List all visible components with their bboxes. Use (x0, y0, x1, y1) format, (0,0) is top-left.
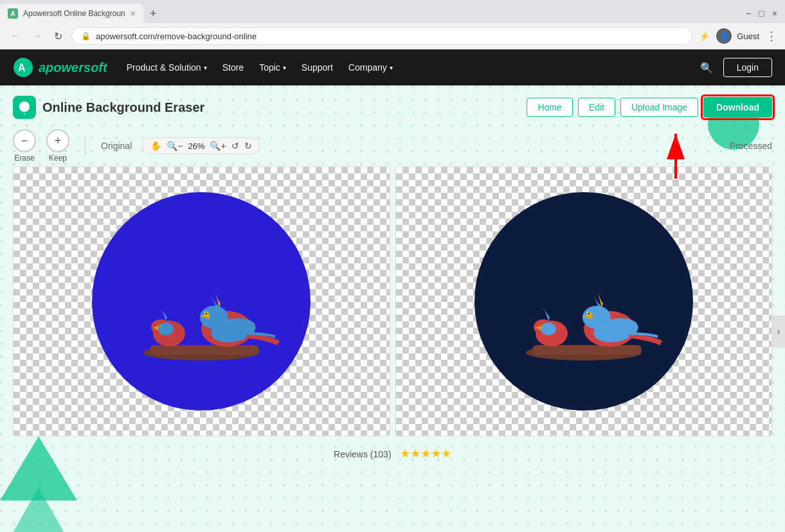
maximize-btn[interactable]: □ (759, 8, 764, 19)
original-panel (13, 166, 390, 436)
svg-point-19 (206, 313, 208, 315)
tool-title: Online Background Eraser (13, 96, 204, 119)
navbar: A apowersoft Product & Solution Store To… (0, 49, 785, 85)
keep-tool[interactable]: + Keep (46, 129, 69, 163)
zoom-out-btn[interactable]: 🔍− (167, 141, 183, 151)
hand-tool-btn[interactable]: ✋ (150, 141, 161, 151)
erase-icon: − (13, 129, 36, 152)
svg-point-27 (541, 325, 543, 326)
toolbar-separator (85, 136, 86, 155)
reviews-section: Reviews (103) ★★★★★ (0, 436, 785, 471)
nav-support[interactable]: Support (302, 62, 333, 73)
nav-store[interactable]: Store (222, 62, 244, 73)
processed-label: Processed (730, 141, 772, 151)
forward-btn[interactable]: → (30, 28, 45, 44)
svg-rect-7 (150, 345, 259, 355)
browser-chrome: A Apowersoft Online Backgroun × + − □ × … (0, 0, 785, 49)
original-label: Original (101, 141, 132, 151)
svg-text:A: A (18, 62, 26, 73)
nav-items: Product & Solution Store Topic Support C… (127, 62, 681, 73)
birds-svg-left (114, 234, 288, 369)
lock-icon: 🔒 (81, 31, 91, 40)
login-btn[interactable]: Login (723, 58, 772, 77)
refresh-btn[interactable]: ↻ (51, 28, 65, 45)
tool-icon (13, 96, 36, 119)
svg-point-13 (159, 325, 160, 326)
nav-topic[interactable]: Topic (259, 62, 286, 73)
tab-favicon: A (8, 8, 18, 19)
deco-triangle2 (13, 488, 64, 532)
profile-area: 👤 Guest (716, 28, 759, 44)
image-area (0, 166, 785, 436)
profile-icon[interactable]: 👤 (716, 28, 732, 44)
zoom-controls: ✋ 🔍− 26% 🔍+ ↺ ↻ (142, 137, 260, 154)
erase-tool[interactable]: − Erase (13, 129, 36, 163)
tool-name: Online Background Eraser (42, 100, 204, 115)
back-btn[interactable]: ← (8, 28, 23, 44)
address-text: apowersoft.com/remove-background-online (96, 31, 683, 41)
window-controls: − □ × (746, 8, 785, 19)
erase-label: Erase (14, 154, 34, 163)
address-input[interactable]: 🔒 apowersoft.com/remove-background-onlin… (71, 27, 692, 45)
tool-header: Online Background Eraser Home Edit Uploa… (0, 85, 785, 125)
new-tab-btn[interactable]: + (143, 7, 163, 21)
zoom-in-btn[interactable]: 🔍+ (210, 141, 226, 151)
logo[interactable]: A apowersoft (13, 57, 107, 78)
logo-icon: A (13, 57, 33, 78)
svg-point-33 (588, 313, 590, 315)
reviews-text: Reviews (103) (334, 449, 391, 459)
rotate-left-btn[interactable]: ↺ (231, 141, 239, 151)
main-content: Online Background Eraser Home Edit Uploa… (0, 85, 785, 532)
search-btn[interactable]: 🔍 (700, 62, 713, 74)
svg-point-10 (158, 323, 174, 335)
nav-product-solution[interactable]: Product & Solution (127, 62, 207, 73)
logo-text: apowersoft (39, 60, 107, 75)
nav-company[interactable]: Company (348, 62, 393, 73)
tab-close-btn[interactable]: × (131, 8, 136, 19)
close-btn[interactable]: × (772, 8, 777, 19)
profile-name: Guest (737, 31, 759, 41)
keep-icon: + (46, 129, 69, 152)
address-bar: ← → ↻ 🔒 apowersoft.com/remove-background… (0, 23, 785, 49)
processed-bird-image (474, 192, 693, 411)
zoom-level: 26% (188, 141, 204, 151)
keep-label: Keep (49, 154, 67, 163)
tool-actions: Home Edit Upload Image Download (527, 97, 772, 118)
download-btn-wrapper: Download (703, 97, 772, 118)
edit-btn[interactable]: Edit (578, 98, 615, 117)
birds-svg-right (497, 234, 671, 369)
rotate-right-btn[interactable]: ↻ (244, 141, 252, 151)
processed-panel (395, 166, 773, 436)
eraser-icon (17, 100, 32, 114)
sidebar-toggle-btn[interactable]: › (772, 315, 785, 348)
extensions-icon[interactable]: ⚡ (699, 31, 710, 41)
tab-title: Apowersoft Online Backgroun (23, 9, 125, 18)
minimize-btn[interactable]: − (746, 8, 751, 19)
browser-menu-btn[interactable]: ⋮ (766, 29, 777, 43)
tab-bar: A Apowersoft Online Backgroun × + − □ × (0, 0, 785, 23)
active-tab[interactable]: A Apowersoft Online Backgroun × (0, 4, 143, 23)
toolbar: − Erase + Keep Original ✋ 🔍− 26% 🔍+ ↺ ↻ … (0, 125, 785, 166)
nav-right: 🔍 Login (700, 58, 772, 77)
original-bird-image (92, 192, 311, 411)
upload-btn[interactable]: Upload Image (620, 98, 698, 117)
svg-rect-21 (532, 345, 642, 355)
processed-checkerboard (396, 167, 772, 436)
svg-point-24 (541, 323, 556, 335)
content-wrapper: Online Background Eraser Home Edit Uploa… (0, 85, 785, 471)
original-checkerboard (14, 167, 390, 436)
download-btn[interactable]: Download (703, 97, 772, 118)
reviews-stars: ★★★★★ (400, 447, 451, 460)
home-btn[interactable]: Home (527, 98, 572, 117)
